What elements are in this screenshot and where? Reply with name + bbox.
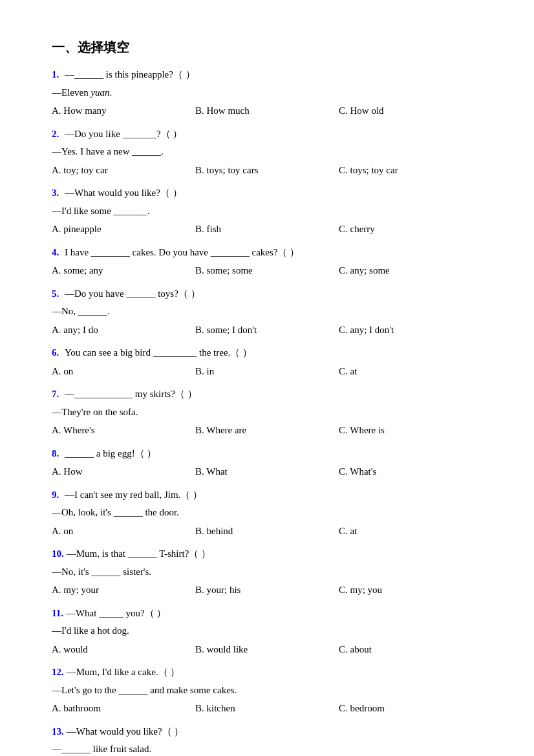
option-item: B. would like [195,642,339,658]
option-item: B. in [195,363,339,380]
question-sub-text: —I'd like some _______. [52,203,482,220]
question-number: 7. [52,386,62,403]
option-item: B. your; his [195,582,339,599]
question-block: 11.—What _____ you?（ ）—I'd like a hot do… [52,605,482,658]
option-item: C. bedroom [339,700,482,717]
question-sub-text: —Oh, look, it's ______ the door. [52,504,482,521]
question-text: —Do you have ______ toys?（ ） [65,286,482,303]
question-text: —____________ my skirts?（ ） [65,386,482,403]
question-block: 6.You can see a big bird _________ the t… [52,345,482,380]
option-item: A. bathroom [52,700,195,717]
option-item: C. How old [339,103,482,120]
option-item: B. fish [195,221,339,238]
question-number: 12. [52,664,64,681]
option-item: C. cherry [339,221,482,238]
question-block: 1.—______ is this pineapple?（ ）—Eleven y… [52,67,482,120]
question-sub-text: —Eleven yuan. [52,85,482,102]
question-block: 5.—Do you have ______ toys?（ ）—No, _____… [52,286,482,339]
option-item: C. any; I don't [339,322,482,339]
section-title: 一、选择填空 [52,39,482,56]
options-row: A. HowB. WhatC. What's [52,464,482,481]
question-number: 10. [52,546,64,563]
question-block: 3.—What would you like?（ ）—I'd like some… [52,185,482,238]
question-text: —What _____ you?（ ） [66,605,482,622]
options-row: A. any; I doB. some; I don'tC. any; I do… [52,322,482,339]
question-sub-text: —Yes. I have a new ______. [52,144,482,160]
question-block: 4.I have ________ cakes. Do you have ___… [52,244,482,279]
options-row: A. How manyB. How muchC. How old [52,103,482,120]
option-item: C. at [339,363,482,380]
question-text: I have ________ cakes. Do you have _____… [65,244,482,261]
question-text: —Mum, I'd like a cake.（ ） [67,664,482,681]
question-block: 10.—Mum, is that ______ T-shirt?（ ）—No, … [52,546,482,599]
question-sub-text: —Let's go to the ______ and make some ca… [52,682,482,699]
question-number: 3. [52,185,62,202]
option-item: B. What [195,464,339,481]
option-item: A. any; I do [52,322,195,339]
question-number: 9. [52,487,62,504]
question-text: —______ is this pineapple?（ ） [65,67,482,83]
option-item: A. pineapple [52,221,195,238]
option-item: C. Where is [339,422,482,439]
option-item: B. some; some [195,263,339,279]
option-item: B. some; I don't [195,322,339,339]
question-sub-text: —They're on the sofa. [52,404,482,421]
question-text: —What would you like?（ ） [65,185,482,202]
question-text: —What would you like?（ ） [67,724,482,740]
option-item: A. Where's [52,422,195,439]
question-block: 7.—____________ my skirts?（ ）—They're on… [52,386,482,439]
question-sub-text: —No, ______. [52,303,482,320]
option-item: C. toys; toy car [339,162,482,179]
question-number: 5. [52,286,62,303]
question-number: 6. [52,345,62,362]
options-row: A. wouldB. would likeC. about [52,642,482,658]
question-block: 9.—I can't see my red ball, Jim.（ ）—Oh, … [52,487,482,540]
option-item: C. any; some [339,263,482,279]
option-item: B. Where are [195,422,339,439]
question-text: You can see a big bird _________ the tre… [65,345,482,362]
option-item: A. my; your [52,582,195,599]
question-sub-text: —No, it's ______ sister's. [52,564,482,581]
option-item: A. on [52,363,195,380]
question-number: 2. [52,126,62,143]
question-number: 1. [52,67,62,83]
question-text: ______ a big egg!（ ） [65,446,482,462]
option-item: A. toy; toy car [52,162,195,179]
options-row: A. toy; toy carB. toys; toy carsC. toys;… [52,162,482,179]
option-item: A. How many [52,103,195,120]
question-block: 13.—What would you like?（ ）—______ like … [52,724,482,757]
question-text: —Do you like _______?（ ） [65,126,482,143]
question-sub-text: —I'd like a hot dog. [52,623,482,640]
question-sub-text: —______ like fruit salad. [52,741,482,756]
options-row: A. onB. inC. at [52,363,482,380]
options-row: A. bathroomB. kitchenC. bedroom [52,700,482,717]
option-item: B. toys; toy cars [195,162,339,179]
option-item: A. on [52,523,195,540]
option-item: A. some; any [52,263,195,279]
question-number: 11. [52,605,63,622]
option-item: A. How [52,464,195,481]
options-row: A. my; yourB. your; hisC. my; you [52,582,482,599]
option-item: A. would [52,642,195,658]
question-text: —I can't see my red ball, Jim.（ ） [65,487,482,504]
question-text: —Mum, is that ______ T-shirt?（ ） [67,546,482,563]
option-item: C. What's [339,464,482,481]
options-row: A. Where'sB. Where areC. Where is [52,422,482,439]
option-item: B. behind [195,523,339,540]
question-number: 8. [52,446,62,462]
options-row: A. some; anyB. some; someC. any; some [52,263,482,279]
option-item: C. at [339,523,482,540]
question-number: 4. [52,244,62,261]
options-row: A. onB. behindC. at [52,523,482,540]
option-item: C. about [339,642,482,658]
question-block: 2.—Do you like _______?（ ）—Yes. I have a… [52,126,482,179]
option-item: C. my; you [339,582,482,599]
options-row: A. pineappleB. fishC. cherry [52,221,482,238]
question-block: 8.______ a big egg!（ ）A. HowB. WhatC. Wh… [52,446,482,481]
option-item: B. kitchen [195,700,339,717]
option-item: B. How much [195,103,339,120]
question-block: 12.—Mum, I'd like a cake.（ ）—Let's go to… [52,664,482,717]
question-number: 13. [52,724,64,740]
